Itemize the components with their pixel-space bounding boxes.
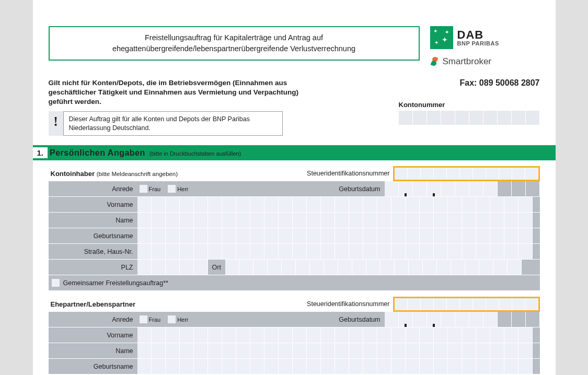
section-bar: 1. Persönlichen Angaben (bitte in Druckb… bbox=[33, 145, 556, 160]
geburtsname-input-2[interactable] bbox=[137, 359, 540, 374]
exclamation-icon: ! bbox=[49, 111, 63, 136]
tax-id-label-2: Steueridentifikationsnummer bbox=[307, 300, 393, 308]
vorname-label-2: Vorname bbox=[49, 332, 137, 339]
geburtsname-row-1: Geburtsname bbox=[49, 228, 540, 244]
herr-checkbox-1[interactable] bbox=[168, 185, 176, 193]
brand-name: DAB bbox=[457, 29, 499, 41]
title-line-2: ehegattenübergreifende/lebenspartnerüber… bbox=[57, 43, 411, 54]
anrede-label-1: Anrede bbox=[49, 185, 137, 193]
vorname-label-1: Vorname bbox=[49, 201, 137, 208]
strasse-input[interactable] bbox=[137, 244, 540, 259]
name-label-2: Name bbox=[49, 347, 137, 355]
strasse-row: Straße, Haus-Nr. bbox=[49, 244, 540, 260]
kontonummer-input[interactable] bbox=[399, 111, 540, 125]
plz-label: PLZ bbox=[49, 264, 137, 271]
geburtsname-label-1: Geburtsname bbox=[49, 232, 137, 240]
herr-label-1: Herr bbox=[177, 186, 188, 192]
geburtsname-label-2: Geburtsname bbox=[49, 363, 137, 370]
vorname-input-1[interactable] bbox=[137, 197, 540, 212]
name-input-1[interactable] bbox=[137, 213, 540, 228]
strasse-label: Straße, Haus-Nr. bbox=[49, 248, 137, 255]
geburtsname-row-2: Geburtsname bbox=[49, 359, 540, 374]
frau-checkbox-2[interactable] bbox=[140, 315, 147, 323]
herr-label-2: Herr bbox=[177, 317, 188, 323]
plz-input[interactable] bbox=[137, 260, 208, 275]
tax-id-label-1: Steueridentifikationsnummer bbox=[307, 170, 393, 177]
smartbroker-text: Smartbroker bbox=[443, 56, 492, 67]
geburtsdatum-input-2[interactable] bbox=[385, 312, 540, 327]
name-row-2: Name bbox=[49, 343, 540, 359]
kontoinhaber-hint: (bitte Meldeanschrift angeben) bbox=[97, 171, 178, 177]
kontonummer-label: Kontonummer bbox=[399, 101, 540, 109]
ort-input[interactable] bbox=[225, 260, 540, 275]
geburtsdatum-input-1[interactable] bbox=[385, 181, 540, 196]
section-number: 1. bbox=[33, 147, 48, 158]
name-input-2[interactable] bbox=[137, 343, 540, 358]
document-page: Freistellungsauftrag für Kapitalerträge … bbox=[33, 0, 556, 375]
plz-ort-row: PLZ Ort bbox=[49, 260, 540, 275]
section-title: Persönlichen Angaben bbox=[50, 148, 145, 158]
notice-box: Dieser Auftrag gilt für alle Konten und … bbox=[63, 111, 283, 136]
name-label-1: Name bbox=[49, 217, 137, 224]
frau-label-1: Frau bbox=[149, 186, 161, 192]
tax-id-input-2[interactable] bbox=[393, 297, 540, 312]
smartbroker-icon bbox=[430, 57, 440, 66]
geburtsdatum-label-2: Geburtsdatum bbox=[196, 316, 385, 323]
geburtsname-input-1[interactable] bbox=[137, 228, 540, 243]
joint-label: Gemeinsamer Freistellungsauftrag** bbox=[63, 279, 168, 287]
vorname-input-2[interactable] bbox=[137, 327, 540, 343]
ehepartner-header: Ehepartner/Lebenspartner Steueridentifik… bbox=[49, 296, 540, 312]
title-box: Freistellungsauftrag für Kapitalerträge … bbox=[49, 26, 420, 61]
dab-logo: ✦ ✦ ✦ ✦ DAB BNP PARIBAS bbox=[430, 26, 540, 49]
anrede-label-2: Anrede bbox=[49, 316, 137, 323]
name-row-1: Name bbox=[49, 213, 540, 228]
brand-sub: BNP PARIBAS bbox=[457, 41, 499, 46]
smartbroker-logo: Smartbroker bbox=[430, 56, 540, 67]
warning-text: Gilt nicht für Konten/Depots, die im Bet… bbox=[49, 78, 444, 107]
title-line-1: Freistellungsauftrag für Kapitalerträge … bbox=[57, 32, 411, 43]
joint-row: Gemeinsamer Freistellungsauftrag** bbox=[49, 275, 540, 291]
geburtsdatum-label-1: Geburtsdatum bbox=[196, 185, 385, 193]
vorname-row-2: Vorname bbox=[49, 327, 540, 343]
kontonummer-block: Kontonummer bbox=[399, 101, 540, 125]
herr-checkbox-2[interactable] bbox=[168, 315, 176, 323]
anrede-row-2: Anrede Frau Herr Geburtsdatum bbox=[49, 312, 540, 327]
ort-label: Ort bbox=[208, 260, 225, 275]
kontoinhaber-header: Kontoinhaber (bitte Meldeanschrift angeb… bbox=[49, 166, 540, 181]
anrede-row-1: Anrede Frau Herr Geburtsdatum bbox=[49, 181, 540, 197]
form-area: Kontoinhaber (bitte Meldeanschrift angeb… bbox=[49, 166, 540, 374]
frau-label-2: Frau bbox=[149, 317, 161, 323]
tax-id-input-1[interactable] bbox=[393, 166, 540, 181]
vorname-row-1: Vorname bbox=[49, 197, 540, 213]
joint-checkbox[interactable] bbox=[52, 279, 60, 287]
header: Freistellungsauftrag für Kapitalerträge … bbox=[49, 26, 540, 67]
section-hint: (bitte in Druckbuchstaben ausfüllen) bbox=[149, 150, 241, 157]
ehepartner-label: Ehepartner/Lebenspartner bbox=[51, 300, 136, 308]
bnp-stars-icon: ✦ ✦ ✦ ✦ bbox=[430, 26, 453, 49]
frau-checkbox-1[interactable] bbox=[140, 185, 147, 193]
logo-block: ✦ ✦ ✦ ✦ DAB BNP PARIBAS Smartbroker bbox=[430, 26, 540, 67]
kontoinhaber-label: Kontoinhaber bbox=[51, 170, 95, 178]
